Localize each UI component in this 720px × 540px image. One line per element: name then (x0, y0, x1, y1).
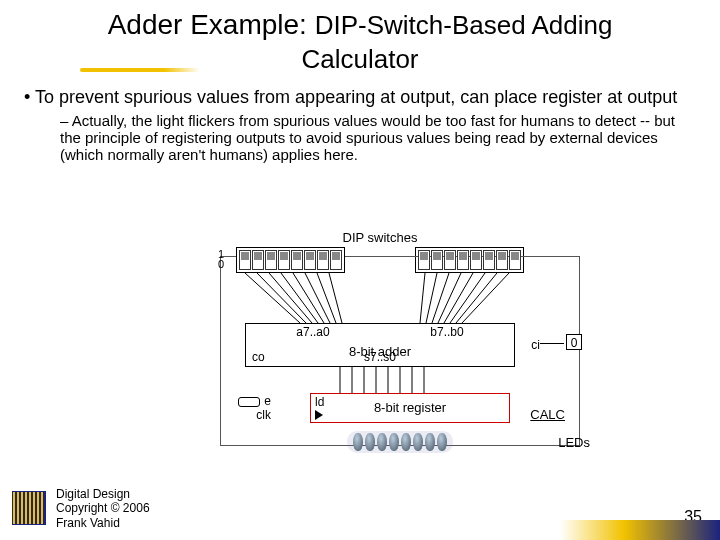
label-clk: clk (256, 408, 271, 422)
sub-bullet-1: Actually, the light flickers from spurio… (60, 112, 696, 163)
port-b: b7..b0 (430, 325, 463, 339)
title-underline (80, 68, 200, 72)
circuit-diagram: DIP switches 10 a7..a0 b7..b0 8-bit adde… (150, 230, 610, 490)
leds-label: LEDs (558, 435, 590, 450)
title-main: Adder Example: (108, 9, 315, 40)
sum-wires (150, 367, 610, 393)
footer: Digital Design Copyright © 2006 Frank Va… (12, 487, 150, 530)
port-a: a7..a0 (296, 325, 329, 339)
corner-decoration (560, 520, 720, 540)
port-ci: ci (531, 338, 540, 352)
label-e: e (264, 394, 271, 408)
slide-title: Adder Example: DIP-Switch-Based Adding C… (0, 0, 720, 79)
dip-row: 10 (150, 247, 610, 273)
ci-wire (540, 343, 564, 344)
dip-block-b (415, 247, 524, 273)
title-sub2: Calculator (301, 44, 418, 74)
bullet-1: To prevent spurious values from appearin… (24, 87, 696, 108)
title-sub1: DIP-Switch-Based Adding (315, 10, 613, 40)
led-array (347, 431, 453, 453)
button-icon (238, 397, 260, 407)
dip-scale: 10 (218, 249, 224, 269)
dip-label: DIP switches (150, 230, 610, 245)
input-wires (150, 273, 610, 323)
adder-block: a7..a0 b7..b0 8-bit adder co s7..s0 ci 0 (245, 323, 515, 367)
inputs-e-clk: e clk (211, 394, 271, 422)
logo-icon (12, 491, 46, 525)
ci-value: 0 (566, 334, 582, 350)
register-block: ld 8-bit register CALC e clk (310, 393, 510, 423)
register-name: 8-bit register (311, 400, 509, 415)
dip-block-a (236, 247, 345, 273)
footer-text: Digital Design Copyright © 2006 Frank Va… (56, 487, 150, 530)
bullet-list: To prevent spurious values from appearin… (0, 79, 720, 163)
port-s: s7..s0 (246, 350, 514, 364)
calc-label: CALC (530, 407, 565, 422)
leds-row: LEDs (150, 431, 610, 455)
